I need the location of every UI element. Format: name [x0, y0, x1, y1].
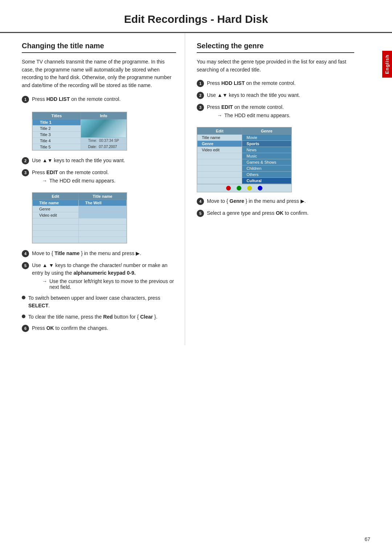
- table-row: Genre Sports: [197, 141, 291, 147]
- table-row: Title name Movie: [197, 135, 291, 141]
- left-step-3-text: Press EDIT on the remote control.: [32, 169, 109, 175]
- table-row: Video edit: [33, 212, 127, 218]
- right-step-4-text: Move to { Genre } in the menu and press …: [207, 197, 354, 205]
- left-bullet-2: To clear the title name, press the Red b…: [22, 313, 176, 321]
- right-column: Selecting the genre You may select the g…: [185, 33, 363, 345]
- right-step-4: 4 Move to { Genre } in the menu and pres…: [197, 197, 354, 205]
- left-step-2: 2 Use ▲▼ keys to reach the title you wan…: [22, 157, 176, 164]
- right-step-3-text: Press EDIT on the remote control.: [207, 104, 284, 110]
- dot-blue: [258, 186, 262, 191]
- left-step-6-text: Press OK to confirm the changes.: [32, 324, 176, 332]
- table-row: Video edit News: [197, 147, 291, 153]
- table-row: Others: [197, 172, 291, 178]
- table-row: Genre: [33, 206, 127, 212]
- right-step-5-num: 5: [197, 210, 204, 217]
- left-step-1-num: 1: [22, 96, 29, 103]
- left-step-3-num: 3: [22, 169, 29, 176]
- dot-yellow: [247, 186, 252, 191]
- hdd-col-info: Info: [81, 112, 126, 119]
- hdd-list-screenshot: Titles Info Title 1 Title 2 Title 3 Titl…: [32, 112, 127, 151]
- right-step-2-num: 2: [197, 92, 204, 99]
- edit-col-titlename: Title name: [78, 193, 126, 200]
- table-row: Title 4 Time: 00:37:34 SP: [33, 138, 127, 144]
- table-row: Cultural: [197, 178, 291, 184]
- bullet-dot-1: [22, 296, 25, 299]
- left-step-3-sub: The HDD edit menu appears.: [42, 178, 176, 184]
- dot-green: [237, 186, 241, 191]
- page-number: 67: [364, 536, 370, 542]
- left-description: Some TV channels transmit the name of th…: [22, 58, 176, 90]
- table-row: Music: [197, 153, 291, 159]
- right-step-5-text: Select a genre type and press OK to conf…: [207, 209, 354, 217]
- left-column: Changing the title name Some TV channels…: [7, 33, 185, 345]
- right-step-5: 5 Select a genre type and press OK to co…: [197, 209, 354, 217]
- table-row: [33, 218, 127, 224]
- lang-tab: English: [382, 51, 392, 78]
- left-step-5-text: Use ▲ ▼ keys to change the character/ nu…: [32, 262, 167, 276]
- left-step-1-text: Press HDD LIST on the remote control.: [32, 95, 176, 103]
- left-step-2-text: Use ▲▼ keys to reach the title you want.: [32, 157, 176, 164]
- table-row: [33, 237, 127, 243]
- main-title: Edit Recordings - Hard Disk: [0, 0, 392, 33]
- left-step-4: 4 Move to { Title name } in the menu and…: [22, 250, 176, 257]
- left-step-5-num: 5: [22, 262, 29, 269]
- edit-title-screenshot: Edit Title name Title name The Well Genr…: [32, 192, 127, 243]
- table-row: [33, 224, 127, 230]
- right-step-1-text: Press HDD LIST on the remote control.: [207, 79, 354, 87]
- right-description: You may select the genre type provided i…: [197, 58, 354, 74]
- right-step-2-text: Use ▲▼ keys to reach the title you want.: [207, 91, 354, 99]
- left-step-6-num: 6: [22, 325, 29, 332]
- table-row: Title 5 Date: 07.07.2007: [33, 144, 127, 150]
- left-section-title: Changing the title name: [22, 42, 176, 53]
- hdd-col-titles: Titles: [33, 112, 81, 119]
- left-step-1: 1 Press HDD LIST on the remote control.: [22, 95, 176, 103]
- genre-dots-row: [197, 184, 291, 192]
- table-row: Children: [197, 165, 291, 172]
- right-step-2: 2 Use ▲▼ keys to reach the title you wan…: [197, 91, 354, 99]
- right-step-4-num: 4: [197, 198, 204, 205]
- right-section-title: Selecting the genre: [197, 42, 354, 53]
- left-step-2-num: 2: [22, 157, 29, 164]
- genre-col-genre: Genre: [242, 128, 291, 135]
- table-row: [33, 230, 127, 237]
- left-step-4-num: 4: [22, 250, 29, 257]
- right-step-3-sub: The HDD edit menu appears.: [217, 112, 354, 118]
- left-step-5-sub: Use the cursor left/right keys to move t…: [42, 278, 176, 290]
- table-row: Title name The Well: [33, 200, 127, 206]
- left-bullet-1: To switch between upper and lower case c…: [22, 294, 176, 310]
- right-step-1-num: 1: [197, 80, 204, 87]
- right-step-3: 3 Press EDIT on the remote control. The …: [197, 103, 354, 118]
- genre-screenshot: Edit Genre Title name Movie Genre Sports…: [197, 127, 292, 192]
- left-step-6: 6 Press OK to confirm the changes.: [22, 324, 176, 332]
- right-step-1: 1 Press HDD LIST on the remote control.: [197, 79, 354, 87]
- bullet-dot-2: [22, 315, 25, 318]
- left-step-4-text: Move to { Title name } in the menu and p…: [32, 250, 176, 257]
- table-row: Title 1: [33, 119, 127, 125]
- table-row: Games & Shows: [197, 159, 291, 165]
- genre-col-edit: Edit: [197, 128, 242, 135]
- right-step-3-num: 3: [197, 104, 204, 111]
- left-step-3: 3 Press EDIT on the remote control. The …: [22, 169, 176, 184]
- edit-col-edit: Edit: [33, 193, 79, 200]
- left-step-5: 5 Use ▲ ▼ keys to change the character/ …: [22, 262, 176, 290]
- dot-red: [226, 186, 231, 191]
